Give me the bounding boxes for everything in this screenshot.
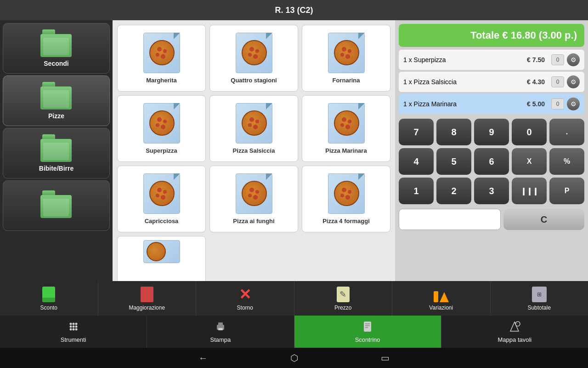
svg-point-31 (342, 117, 346, 122)
toolbar-btn-prezzo[interactable]: ✎ Prezzo (294, 281, 393, 316)
order-item-pizza-salsiccia[interactable]: 1 x Pizza Salsiccia € 4.30 0 ⚙ (399, 72, 584, 92)
svg-point-14 (348, 49, 351, 53)
home-button[interactable]: ⬡ (290, 352, 298, 363)
toolbar-btn-maggiorazione[interactable]: Maggiorazione (98, 281, 197, 316)
numpad-btn-_[interactable]: . (549, 119, 584, 145)
nav-bar: Strumenti Stampa Scontrino Mappa tavoli (0, 316, 588, 348)
numpad-btn-0[interactable]: 0 (512, 119, 547, 145)
sidebar-label-secondi: Secondi (44, 60, 68, 67)
receipt-icon (362, 321, 373, 334)
total-label: Totale € 16.80 (3.00 p.) (470, 29, 577, 41)
toolbar-btn-subtotale[interactable]: ⊞ Subtotale (491, 281, 588, 316)
nav-btn-stampa[interactable]: Stampa (147, 316, 294, 348)
svg-point-35 (345, 121, 348, 124)
order-item-gear-pizza-marinara[interactable]: ⚙ (567, 98, 580, 110)
table-map-icon (509, 321, 520, 334)
numpad-btn-4[interactable]: 4 (399, 148, 434, 175)
toolbar-btn-sconto[interactable]: Sconto (0, 281, 98, 316)
toolbar-label-maggiorazione: Maggiorazione (129, 305, 165, 311)
numpad-btn-9[interactable]: 9 (474, 119, 509, 145)
numpad-btn-5[interactable]: 5 (436, 148, 471, 175)
toolbar-btn-storno[interactable]: ✕ Storno (196, 281, 294, 316)
sidebar-item-secondi[interactable]: Secondi (3, 23, 110, 74)
product-item-margherita[interactable]: Margherita (117, 25, 206, 92)
main-area: Secondi Pizze Bibite/Birre (0, 20, 588, 281)
nav-btn-strumenti[interactable]: Strumenti (0, 316, 147, 348)
svg-point-62 (75, 328, 77, 330)
product-item-pizza-4-formaggi[interactable]: Pizza 4 formaggi (302, 166, 390, 232)
product-label-capricciosa: Capricciosa (145, 218, 179, 224)
svg-point-61 (72, 328, 74, 330)
numpad-btn-1[interactable]: 1 (399, 178, 434, 204)
folder-icon (40, 29, 73, 57)
numpad-btn-___[interactable]: ❙❙❙ (512, 178, 547, 204)
nav-label-strumenti: Strumenti (61, 336, 86, 343)
svg-point-46 (253, 195, 258, 200)
order-item-price-superpizza: € 7.50 (527, 56, 545, 63)
numpad-bottom: C (399, 209, 584, 230)
order-item-qty-superpizza: 0 (551, 54, 564, 65)
folder-icon (40, 190, 73, 218)
product-item-superpizza[interactable]: Superpizza (117, 95, 206, 162)
product-label-quattro-stagioni: Quattro stagioni (231, 77, 277, 84)
numpad-input[interactable] (399, 209, 501, 230)
svg-point-2 (163, 49, 167, 53)
svg-point-51 (340, 194, 344, 197)
toolbar-label-sconto: Sconto (40, 305, 57, 311)
order-item-gear-superpizza[interactable]: ⚙ (567, 53, 580, 66)
sidebar-item-pizze[interactable]: Pizze (3, 75, 110, 126)
svg-point-11 (253, 51, 255, 54)
product-item-pizza-salsiccia[interactable]: Pizza Salsiccia (209, 95, 298, 162)
svg-point-27 (248, 123, 252, 127)
order-item-superpizza[interactable]: 1 x Superpizza € 7.50 0 ⚙ (399, 50, 584, 70)
product-item-pizza-marinara[interactable]: Pizza Marinara (302, 95, 390, 162)
svg-point-55 (72, 322, 74, 325)
numpad-btn-8[interactable]: 8 (436, 119, 471, 145)
svg-point-21 (156, 123, 159, 127)
numpad-btn-6[interactable]: 6 (474, 148, 509, 175)
sidebar-item-bibite[interactable]: Bibite/Birre (3, 128, 110, 178)
order-item-qty-pizza-salsiccia: 0 (551, 76, 564, 87)
svg-point-50 (348, 190, 351, 194)
price-icon: ✎ (335, 286, 351, 303)
product-item-fornarina[interactable]: Fornarina (302, 25, 390, 92)
toolbar-btn-variazioni[interactable]: Variazioni (392, 281, 491, 316)
svg-rect-64 (218, 322, 223, 326)
svg-point-7 (249, 47, 254, 52)
product-image-pizza-salsiccia (233, 103, 275, 144)
order-item-gear-pizza-salsiccia[interactable]: ⚙ (567, 75, 580, 88)
svg-point-40 (161, 195, 165, 200)
product-item-empty[interactable] (117, 236, 206, 281)
numpad-btn-_[interactable]: % (549, 148, 584, 175)
product-item-capricciosa[interactable]: Capricciosa (117, 166, 206, 232)
svg-point-53 (345, 192, 348, 195)
svg-rect-65 (218, 328, 223, 330)
folder-icon (40, 82, 73, 109)
product-item-quattro-stagioni[interactable]: Quattro stagioni (209, 25, 298, 92)
svg-point-23 (160, 121, 163, 124)
order-item-pizza-marinara[interactable]: 1 x Pizza Marinara € 5.00 0 ⚙ (399, 94, 584, 114)
numpad-btn-2[interactable]: 2 (436, 178, 471, 204)
svg-point-54 (69, 322, 72, 325)
clear-button[interactable]: C (503, 209, 584, 230)
sidebar-item-more[interactable] (3, 180, 110, 231)
numpad-btn-P[interactable]: P (549, 178, 584, 204)
svg-point-44 (255, 190, 259, 194)
nav-btn-scontrino[interactable]: Scontrino (294, 316, 441, 348)
numpad-btn-3[interactable]: 3 (474, 178, 509, 204)
numpad-btn-7[interactable]: 7 (399, 119, 434, 145)
total-bar: Totale € 16.80 (3.00 p.) (399, 24, 584, 47)
svg-point-1 (157, 47, 162, 52)
nav-btn-mappa-tavoli[interactable]: Mappa tavoli (441, 316, 588, 348)
order-item-qty-pizza-marinara: 0 (551, 98, 564, 109)
print-icon (215, 321, 226, 334)
toolbar-label-subtotale: Subtotale (527, 305, 551, 311)
numpad-btn-X[interactable]: X (512, 148, 547, 175)
back-button[interactable]: ← (198, 353, 208, 363)
right-panel: Totale € 16.80 (3.00 p.) 1 x Superpizza … (395, 20, 588, 281)
recent-button[interactable]: ▭ (381, 352, 390, 363)
svg-point-45 (248, 194, 252, 197)
product-image-pizza-4-formaggi (326, 173, 367, 215)
toolbar-label-prezzo: Prezzo (334, 305, 351, 311)
product-item-pizza-ai-funghi[interactable]: Pizza ai funghi (209, 166, 298, 232)
